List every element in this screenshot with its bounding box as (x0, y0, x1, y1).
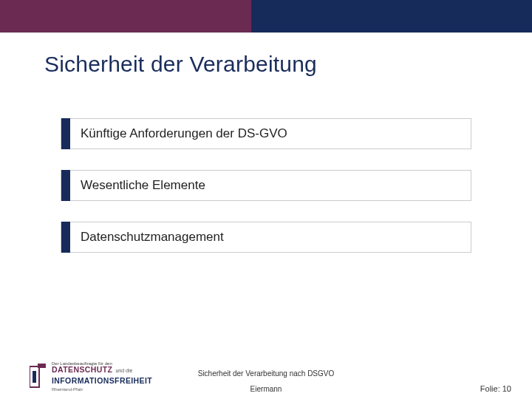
list-item: Datenschutzmanagement (61, 222, 471, 253)
list-item: Künftige Anforderungen der DS-GVO (61, 118, 471, 149)
list-item: Wesentliche Elemente (61, 170, 471, 201)
footer-title: Sicherheit der Verarbeitung nach DSGVO (0, 369, 532, 378)
svg-rect-2 (38, 364, 46, 368)
page-number: Folie: 10 (480, 384, 511, 393)
footer-center: Sicherheit der Verarbeitung nach DSGVO E… (0, 369, 532, 393)
slide-title: Sicherheit der Verarbeitung (44, 52, 317, 77)
bullet-list: Künftige Anforderungen der DS-GVO Wesent… (61, 118, 471, 273)
list-item-label: Datenschutzmanagement (81, 230, 224, 245)
list-item-accent (61, 170, 70, 201)
list-item-accent (61, 222, 70, 253)
footer-author: Eiermann (0, 385, 532, 393)
top-bar (0, 0, 532, 33)
list-item-label: Wesentliche Elemente (81, 178, 205, 193)
slide: Sicherheit der Verarbeitung Künftige Anf… (0, 0, 532, 399)
footer: Der Landesbeauftragte für den DATENSCHUT… (0, 341, 532, 399)
list-item-label: Künftige Anforderungen der DS-GVO (81, 126, 287, 141)
top-bar-navy-segment (251, 0, 532, 33)
list-item-accent (61, 118, 70, 149)
top-bar-purple-segment (0, 0, 251, 33)
